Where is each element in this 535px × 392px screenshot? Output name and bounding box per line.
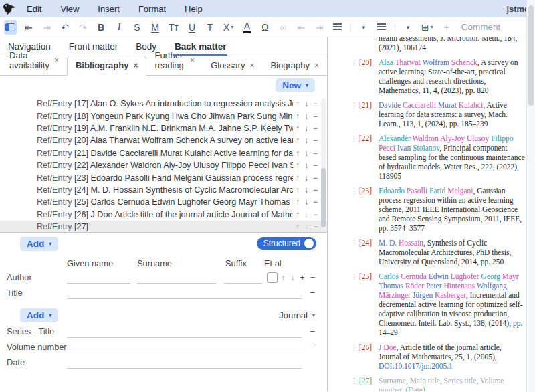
close-tab-icon[interactable]: × [314,61,319,70]
font-color-icon[interactable]: A [241,20,253,35]
ref-entry-row[interactable]: Ref/Entry[25] Carlos Cernuda Edwin Lugho… [0,196,327,208]
ref-entry-row[interactable]: Ref/Entry[19] A.M. Franklin N.E. Brinkma… [0,122,327,134]
tab-front-matter[interactable]: Front matter [69,37,118,56]
underline-icon[interactable]: U [186,20,198,35]
move-down-icon[interactable]: ↓ [304,197,308,207]
undo-icon[interactable]: ↶ [59,20,71,35]
bullet-list-options-icon[interactable]: ▾ [358,20,370,35]
move-up-icon[interactable]: ↑ [296,124,300,133]
close-tab-icon[interactable]: × [54,56,59,65]
given-name-input[interactable] [67,272,130,284]
surname-input[interactable] [137,272,216,284]
move-up-icon[interactable]: ↑ [296,185,300,195]
new-button[interactable]: New ▾ [276,78,315,92]
menu-edit[interactable]: Edit [17,4,51,14]
numbered-list-icon[interactable] [376,20,388,35]
overline-icon[interactable]: Ŧ [204,20,216,35]
move-up-icon[interactable]: ↑ [296,149,300,158]
ref-entry-row[interactable]: Ref/Entry[24] M. D. Hossain Synthesis of… [0,184,327,196]
ref-entry-row[interactable]: Ref/Entry[23] Edoardo Pasolli Farid Melg… [0,171,327,183]
remove-row-icon[interactable]: − [313,222,318,231]
menu-insert[interactable]: Insert [88,4,129,14]
strikethrough-icon[interactable]: S [131,20,143,35]
move-down-icon[interactable]: ↓ [304,112,308,121]
move-up-icon[interactable]: ↑ [281,273,285,282]
remove-field-icon[interactable]: − [310,342,315,353]
remove-row-icon[interactable]: − [313,136,318,145]
special-character-icon[interactable]: Ω [259,20,271,35]
ref-entry-row[interactable]: Ref/Entry[22] Alexander Waldron Aly-Joy … [0,159,327,171]
volume-number-input[interactable] [67,342,302,353]
move-up-icon[interactable]: ↑ [296,222,300,231]
remove-row-icon[interactable]: − [313,210,318,219]
go-first-icon[interactable]: ⇤ [23,20,35,35]
drag-handle-icon[interactable]: ⋮ [350,376,359,391]
bold-icon[interactable]: B [95,20,107,35]
table-icon[interactable]: ⊞▾ [420,20,435,35]
remove-row-icon[interactable]: − [313,112,318,121]
remove-author-icon[interactable]: − [310,273,315,282]
move-down-icon[interactable]: ↓ [304,173,308,183]
move-down-icon[interactable]: ↓ [304,124,308,133]
drag-handle-icon[interactable]: ⋮ [350,238,359,266]
remove-row-icon[interactable]: − [313,197,318,207]
remove-row-icon[interactable]: − [313,161,318,170]
ref-entry-row[interactable]: Ref/Entry[26] J Doe Article title of the… [0,209,327,221]
app-logo-bird-icon[interactable] [1,1,17,16]
etal-checkbox[interactable] [267,272,278,283]
suffix-input[interactable] [224,272,262,284]
structured-toggle[interactable]: Structured [257,237,316,250]
add-publication-field-button[interactable]: Add ▾ [20,308,58,322]
tab-back-matter[interactable]: Back matter [175,37,226,56]
move-up-icon[interactable]: ↑ [296,136,300,145]
ref-entry-row[interactable]: Ref/Entry[27]↑↓− [0,221,327,233]
move-down-icon[interactable]: ↓ [290,273,294,282]
window-scrollbar[interactable] [526,0,535,392]
ref-entry-row[interactable]: Ref/Entry[20] Alaa Tharwat Wolfram Schen… [0,134,327,146]
bullet-list-icon[interactable] [331,20,343,35]
list-scrollbar[interactable] [321,98,326,230]
script-icon[interactable]: X▾ [222,20,235,35]
move-up-icon[interactable]: ↑ [296,173,300,183]
add-field-button[interactable]: Add ▾ [20,237,58,251]
add-author-icon[interactable]: + [300,273,304,282]
move-down-icon[interactable]: ↓ [304,161,308,170]
menu-view[interactable]: View [51,4,88,14]
move-up-icon[interactable]: ↑ [296,210,300,219]
menu-format[interactable]: Format [129,4,175,14]
ref-entry-row[interactable]: Ref/Entry[18] Yongeun Park Kyung Hwa Cho… [0,110,327,122]
close-tab-icon[interactable]: × [249,61,254,70]
tab-navigation[interactable]: Navigation [8,37,51,56]
move-up-icon[interactable]: ↑ [296,197,300,207]
section-tab-bibliography[interactable]: Bibliography× [67,56,146,76]
move-down-icon[interactable]: ↓ [304,99,308,108]
drag-handle-icon[interactable]: ⋮ [350,134,359,181]
remove-row-icon[interactable]: − [313,124,318,133]
remove-field-icon[interactable]: − [310,326,315,338]
ref-entry-row[interactable]: Ref/Entry[21] Davide Cacciarelli Murat K… [0,147,327,159]
series-title-input[interactable] [67,326,302,338]
sidebar-toggle-icon[interactable] [4,20,17,35]
comment-label[interactable]: Comment [461,22,501,32]
drag-handle-icon[interactable]: ⋮ [350,342,359,371]
mark-icon[interactable]: M [149,20,161,35]
numbered-list-options-icon[interactable]: ▾ [402,20,414,35]
menu-help[interactable]: Help [175,4,212,14]
italic-icon[interactable]: I [113,20,125,35]
move-up-icon[interactable]: ↑ [296,161,300,170]
title-input[interactable] [67,288,302,299]
drag-handle-icon[interactable]: ⋮ [350,272,359,337]
remove-row-icon[interactable]: − [313,173,318,183]
publication-type-dropdown[interactable]: Journal ▾ [279,310,315,320]
drag-handle-icon[interactable]: ⋮ [350,186,359,233]
remove-title-icon[interactable]: − [310,288,315,299]
close-tab-icon[interactable]: × [190,56,195,65]
move-down-icon[interactable]: ↓ [304,136,308,145]
drag-handle-icon[interactable]: ⋮ [350,58,359,95]
remove-row-icon[interactable]: − [313,99,318,108]
section-tab-biography[interactable]: Biography× [262,56,327,75]
move-down-icon[interactable]: ↓ [304,185,308,195]
move-up-icon[interactable]: ↑ [296,112,300,121]
move-up-icon[interactable]: ↑ [296,99,300,108]
move-down-icon[interactable]: ↓ [304,149,308,158]
